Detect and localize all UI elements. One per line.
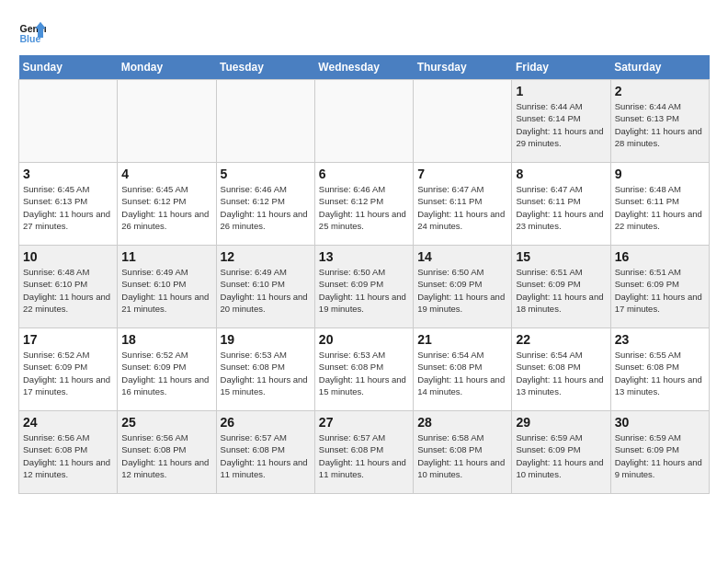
day-number: 17 [23,332,113,347]
calendar-cell: 5Sunrise: 6:46 AM Sunset: 6:12 PM Daylig… [216,163,314,246]
day-number: 1 [516,84,606,98]
calendar-cell: 15Sunrise: 6:51 AM Sunset: 6:09 PM Dayli… [512,246,610,328]
day-number: 7 [417,167,507,181]
day-header: Sunday [19,55,118,80]
day-number: 23 [615,332,705,347]
day-number: 25 [121,415,211,430]
calendar-cell: 17Sunrise: 6:52 AM Sunset: 6:09 PM Dayli… [19,328,118,411]
calendar-cell: 29Sunrise: 6:59 AM Sunset: 6:09 PM Dayli… [512,411,610,494]
calendar-cell [314,80,413,163]
day-number: 15 [516,249,606,264]
calendar-cell: 11Sunrise: 6:49 AM Sunset: 6:10 PM Dayli… [118,246,216,328]
calendar-week-row: 1Sunrise: 6:44 AM Sunset: 6:14 PM Daylig… [19,80,710,163]
day-info: Sunrise: 6:56 AM Sunset: 6:08 PM Dayligh… [23,431,113,480]
day-info: Sunrise: 6:55 AM Sunset: 6:08 PM Dayligh… [615,349,705,397]
calendar-cell: 21Sunrise: 6:54 AM Sunset: 6:08 PM Dayli… [414,328,512,411]
day-info: Sunrise: 6:50 AM Sunset: 6:09 PM Dayligh… [319,266,409,315]
calendar-cell: 2Sunrise: 6:44 AM Sunset: 6:13 PM Daylig… [610,80,709,163]
day-number: 28 [417,415,507,430]
logo: General Blue [18,18,46,46]
day-info: Sunrise: 6:58 AM Sunset: 6:08 PM Dayligh… [417,431,507,480]
calendar-cell: 12Sunrise: 6:49 AM Sunset: 6:10 PM Dayli… [216,246,314,328]
calendar-cell: 9Sunrise: 6:48 AM Sunset: 6:11 PM Daylig… [610,163,709,246]
day-info: Sunrise: 6:44 AM Sunset: 6:14 PM Dayligh… [516,100,606,149]
day-number: 6 [319,167,409,181]
day-info: Sunrise: 6:44 AM Sunset: 6:13 PM Dayligh… [615,100,705,149]
calendar-week-row: 24Sunrise: 6:56 AM Sunset: 6:08 PM Dayli… [19,411,710,494]
calendar-cell: 14Sunrise: 6:50 AM Sunset: 6:09 PM Dayli… [414,246,512,328]
day-number: 27 [319,415,409,430]
calendar-week-row: 17Sunrise: 6:52 AM Sunset: 6:09 PM Dayli… [19,328,710,411]
day-info: Sunrise: 6:47 AM Sunset: 6:11 PM Dayligh… [417,183,507,232]
day-info: Sunrise: 6:47 AM Sunset: 6:11 PM Dayligh… [516,183,606,232]
calendar-cell: 20Sunrise: 6:53 AM Sunset: 6:08 PM Dayli… [314,328,413,411]
calendar-cell: 4Sunrise: 6:45 AM Sunset: 6:12 PM Daylig… [118,163,216,246]
day-number: 22 [516,332,606,347]
calendar-cell: 1Sunrise: 6:44 AM Sunset: 6:14 PM Daylig… [512,80,610,163]
day-header: Wednesday [314,55,413,80]
day-number: 5 [221,167,311,181]
day-number: 21 [417,332,507,347]
day-header: Saturday [610,55,709,80]
day-info: Sunrise: 6:48 AM Sunset: 6:11 PM Dayligh… [615,183,705,232]
day-header: Tuesday [216,55,314,80]
calendar-cell [118,80,216,163]
day-info: Sunrise: 6:48 AM Sunset: 6:10 PM Dayligh… [23,266,113,315]
day-header: Monday [118,55,216,80]
day-number: 2 [615,84,705,98]
svg-text:Blue: Blue [20,33,41,44]
day-number: 18 [121,332,211,347]
day-header: Friday [512,55,610,80]
day-number: 13 [319,249,409,264]
calendar-body: 1Sunrise: 6:44 AM Sunset: 6:14 PM Daylig… [19,80,710,494]
day-number: 29 [516,415,606,430]
day-info: Sunrise: 6:49 AM Sunset: 6:10 PM Dayligh… [121,266,211,315]
day-number: 4 [121,167,211,181]
calendar-cell: 6Sunrise: 6:46 AM Sunset: 6:12 PM Daylig… [314,163,413,246]
day-info: Sunrise: 6:50 AM Sunset: 6:09 PM Dayligh… [417,266,507,315]
calendar-table: SundayMondayTuesdayWednesdayThursdayFrid… [18,55,710,494]
calendar-cell: 18Sunrise: 6:52 AM Sunset: 6:09 PM Dayli… [118,328,216,411]
day-info: Sunrise: 6:59 AM Sunset: 6:09 PM Dayligh… [516,431,606,480]
day-number: 11 [121,249,211,264]
day-info: Sunrise: 6:46 AM Sunset: 6:12 PM Dayligh… [319,183,409,232]
day-number: 8 [516,167,606,181]
day-info: Sunrise: 6:57 AM Sunset: 6:08 PM Dayligh… [221,431,311,480]
day-number: 14 [417,249,507,264]
day-info: Sunrise: 6:45 AM Sunset: 6:13 PM Dayligh… [23,183,113,232]
calendar-cell: 7Sunrise: 6:47 AM Sunset: 6:11 PM Daylig… [414,163,512,246]
calendar-cell: 3Sunrise: 6:45 AM Sunset: 6:13 PM Daylig… [19,163,118,246]
day-number: 3 [23,167,113,181]
calendar-cell: 22Sunrise: 6:54 AM Sunset: 6:08 PM Dayli… [512,328,610,411]
calendar-header-row: SundayMondayTuesdayWednesdayThursdayFrid… [19,55,710,80]
calendar-cell: 19Sunrise: 6:53 AM Sunset: 6:08 PM Dayli… [216,328,314,411]
day-info: Sunrise: 6:56 AM Sunset: 6:08 PM Dayligh… [121,431,211,480]
day-info: Sunrise: 6:49 AM Sunset: 6:10 PM Dayligh… [221,266,311,315]
calendar-week-row: 10Sunrise: 6:48 AM Sunset: 6:10 PM Dayli… [19,246,710,328]
day-number: 30 [615,415,705,430]
day-number: 16 [615,249,705,264]
day-number: 20 [319,332,409,347]
day-info: Sunrise: 6:53 AM Sunset: 6:08 PM Dayligh… [319,349,409,397]
day-info: Sunrise: 6:52 AM Sunset: 6:09 PM Dayligh… [23,349,113,397]
day-info: Sunrise: 6:46 AM Sunset: 6:12 PM Dayligh… [221,183,311,232]
calendar-cell: 10Sunrise: 6:48 AM Sunset: 6:10 PM Dayli… [19,246,118,328]
calendar-cell [216,80,314,163]
calendar-cell: 16Sunrise: 6:51 AM Sunset: 6:09 PM Dayli… [610,246,709,328]
day-number: 9 [615,167,705,181]
calendar-cell: 23Sunrise: 6:55 AM Sunset: 6:08 PM Dayli… [610,328,709,411]
calendar-cell: 28Sunrise: 6:58 AM Sunset: 6:08 PM Dayli… [414,411,512,494]
day-info: Sunrise: 6:45 AM Sunset: 6:12 PM Dayligh… [121,183,211,232]
calendar-week-row: 3Sunrise: 6:45 AM Sunset: 6:13 PM Daylig… [19,163,710,246]
calendar-cell: 13Sunrise: 6:50 AM Sunset: 6:09 PM Dayli… [314,246,413,328]
calendar-cell: 30Sunrise: 6:59 AM Sunset: 6:09 PM Dayli… [610,411,709,494]
day-info: Sunrise: 6:59 AM Sunset: 6:09 PM Dayligh… [615,431,705,480]
day-info: Sunrise: 6:51 AM Sunset: 6:09 PM Dayligh… [615,266,705,315]
logo-icon: General Blue [18,18,46,46]
day-number: 12 [221,249,311,264]
day-header: Thursday [414,55,512,80]
day-info: Sunrise: 6:52 AM Sunset: 6:09 PM Dayligh… [121,349,211,397]
day-info: Sunrise: 6:54 AM Sunset: 6:08 PM Dayligh… [516,349,606,397]
calendar-cell [414,80,512,163]
day-info: Sunrise: 6:51 AM Sunset: 6:09 PM Dayligh… [516,266,606,315]
